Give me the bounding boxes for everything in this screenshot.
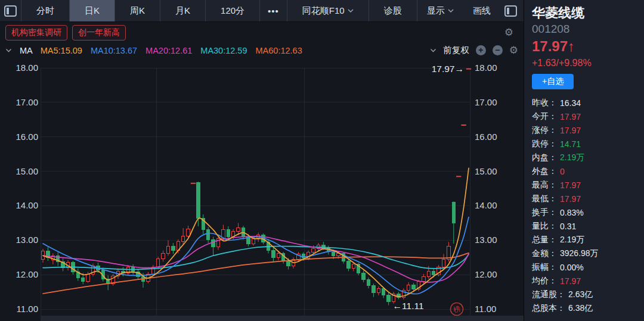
- y-axis-label-right: 13.00: [475, 235, 497, 245]
- ma-line-MA20: [43, 236, 469, 282]
- ma-value-undefined: MA60:12.63: [256, 46, 302, 55]
- tab-more[interactable]: •••: [260, 0, 287, 21]
- ma-indicator-label[interactable]: MA: [20, 46, 33, 55]
- stock-change: +1.63/+9.98%: [532, 56, 644, 70]
- stat-row: 金额：3926.98万: [532, 247, 644, 260]
- tab-120min[interactable]: 120分: [206, 0, 260, 21]
- quote-stats-list: 昨收：16.34今开：17.97涨停：17.97跌停：14.71内盘：2.19万…: [532, 96, 644, 315]
- chart-pane: 分时日K周K月K120分•••同花顺F10诊股 显示画线 机构密集调研创一年新高…: [0, 0, 524, 321]
- stat-value: 17.97: [560, 180, 581, 190]
- stat-row: 均价：17.97: [532, 274, 644, 288]
- chevron-down-icon[interactable]: [430, 48, 436, 53]
- y-axis-label-right: 18.00: [475, 63, 497, 73]
- ma-value-undefined: MA30:12.59: [200, 46, 247, 55]
- y-axis-label-right: 12.00: [475, 269, 497, 279]
- stat-label: 涨停：: [532, 125, 557, 136]
- stat-row: 内盘：2.19万: [532, 151, 644, 164]
- stat-row: 外盘：0: [532, 164, 644, 178]
- stat-label: 最低：: [532, 194, 557, 204]
- stat-row: 流通股：2.63亿: [532, 288, 644, 301]
- ma-line-MA5: [43, 168, 469, 296]
- stat-label: 均价：: [532, 276, 557, 286]
- stat-label: 跌停：: [532, 139, 557, 149]
- chevron-down-icon[interactable]: [5, 48, 12, 53]
- sidebar-toggle-icon: [4, 5, 17, 17]
- tab-ths-f10[interactable]: 同花顺F10: [287, 0, 369, 21]
- svg-text:榜: 榜: [452, 304, 462, 314]
- stat-value: 17.97: [560, 112, 581, 121]
- period-tabs: 分时日K周K月K120分•••同花顺F10诊股: [21, 0, 417, 21]
- tab-label: 诊股: [384, 5, 402, 17]
- kline-chart-area[interactable]: 18.0018.0017.0017.0016.0016.0015.0015.00…: [0, 57, 524, 321]
- gear-icon[interactable]: ⚙: [509, 45, 518, 55]
- stat-label: 昨收：: [532, 98, 557, 108]
- tab-diagnose[interactable]: 诊股: [369, 0, 417, 21]
- price-adjust-mode[interactable]: 前复权: [443, 45, 469, 56]
- tab-daily-k[interactable]: 日K: [70, 0, 115, 21]
- stat-value: 2.19万: [560, 235, 584, 245]
- stat-label: 今开：: [532, 111, 557, 122]
- ma-value-undefined: MA20:12.61: [145, 46, 192, 55]
- tab-monthly-k[interactable]: 月K: [160, 0, 206, 21]
- y-axis-label-right: 17.00: [475, 97, 497, 107]
- toolbar-item-label: 画线: [473, 5, 491, 17]
- add-watchlist-button[interactable]: +自选: [532, 74, 574, 89]
- y-axis-label-right: 16.00: [475, 132, 497, 142]
- tag-one-year-high[interactable]: 创一年新高: [72, 25, 126, 40]
- tab-label: 周K: [130, 5, 145, 17]
- stock-price: 17.97↑: [532, 37, 644, 56]
- low-price-annotation: ←11.11: [393, 301, 424, 311]
- stat-value: 0.31: [560, 222, 576, 231]
- up-arrow-icon: ↑: [568, 38, 575, 54]
- stat-value: 6.38亿: [568, 303, 593, 314]
- tab-label: •••: [268, 6, 279, 16]
- stat-label: 换手：: [532, 207, 557, 218]
- stat-row: 今开：17.97: [532, 110, 644, 123]
- y-axis-label-right: 15.00: [475, 166, 497, 176]
- stat-row: 最高：17.97: [532, 178, 644, 192]
- stat-value: 2.63亿: [568, 289, 593, 300]
- chart-toolbar: 分时日K周K月K120分•••同花顺F10诊股 显示画线: [0, 0, 524, 22]
- chevron-down-icon: [348, 9, 354, 13]
- stat-label: 量比：: [532, 221, 557, 232]
- stat-value: 17.97: [560, 126, 581, 135]
- ma-values: MA5:15.09MA10:13.67MA20:12.61MA30:12.59M…: [41, 46, 302, 55]
- zoom-in-button[interactable]: +: [476, 45, 486, 55]
- stat-row: 量比：0.31: [532, 219, 644, 233]
- y-axis-label-left: 18.00: [16, 63, 38, 73]
- toolbar-item-draw-line[interactable]: 画线: [463, 5, 500, 17]
- stat-label: 振幅：: [532, 262, 557, 273]
- toolbar-item-display[interactable]: 显示: [417, 5, 463, 17]
- chevron-down-icon: [448, 9, 454, 13]
- tab-minute[interactable]: 分时: [21, 0, 70, 21]
- stat-row: 涨停：17.97: [532, 123, 644, 137]
- y-axis-label-left: 12.00: [16, 269, 38, 279]
- stat-value: 0.83%: [560, 208, 584, 217]
- ma-value-undefined: MA5:15.09: [41, 46, 82, 55]
- gear-icon[interactable]: ⚙: [504, 27, 513, 38]
- y-axis-label-left: 13.00: [16, 235, 38, 245]
- stat-label: 金额：: [532, 248, 557, 259]
- y-axis-label-left: 15.00: [16, 166, 38, 176]
- tag-institution-research[interactable]: 机构密集调研: [5, 25, 67, 40]
- stat-value: 17.97: [560, 276, 581, 286]
- toolbar-right-group: 显示画线: [417, 0, 525, 21]
- tab-label: 日K: [85, 5, 100, 17]
- last-price-annotation: 17.97→: [432, 64, 464, 74]
- sidebar-toggle-button[interactable]: [0, 0, 21, 21]
- stat-row: 换手：0.83%: [532, 205, 644, 219]
- panel-toggle-button[interactable]: [500, 5, 525, 17]
- zoom-out-button[interactable]: −: [493, 45, 503, 55]
- kline-chart[interactable]: 18.0018.0017.0017.0016.0016.0015.0015.00…: [0, 57, 524, 321]
- tab-label: 分时: [36, 5, 54, 17]
- tab-weekly-k[interactable]: 周K: [115, 0, 160, 21]
- ma-line-MA30: [43, 246, 469, 269]
- y-axis-label-left: 17.00: [16, 97, 38, 107]
- stat-label: 总股本：: [532, 303, 565, 314]
- toolbar-right-items: 显示画线: [417, 5, 500, 17]
- ma-line-MA60: [43, 253, 469, 294]
- stock-chart-window: { "toolbar": { "tabs": [ {"name":"minute…: [0, 0, 644, 321]
- stat-row: 最低：17.97: [532, 192, 644, 205]
- signal-tag-row: 机构密集调研创一年新高 ⚙: [0, 22, 524, 43]
- ma-value-undefined: MA10:13.67: [91, 46, 137, 55]
